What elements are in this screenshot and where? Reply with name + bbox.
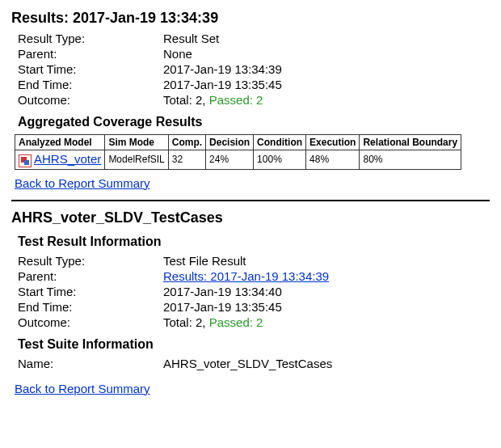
col-model: Analyzed Model (15, 135, 105, 150)
suite-name-label: Name: (18, 357, 163, 370)
cell-execution: 48% (306, 150, 360, 170)
divider (11, 200, 490, 201)
tc-end-time-label: End Time: (18, 300, 163, 314)
outcome-value: Total: 2, Passed: 2 (163, 93, 490, 107)
col-relational: Relational Boundary (360, 135, 461, 150)
cell-comp: 32 (168, 150, 205, 170)
table-header-row: Analyzed Model Sim Mode Comp. Decision C… (15, 135, 461, 150)
results-title: Results: 2017-Jan-19 13:34:39 (11, 10, 490, 27)
tc-result-type-value: Test File Result (163, 254, 490, 268)
tc-start-time-label: Start Time: (18, 285, 163, 298)
back-to-summary-link[interactable]: Back to Report Summary (15, 176, 150, 190)
start-time-label: Start Time: (18, 62, 163, 76)
tc-result-type-label: Result Type: (18, 254, 163, 268)
end-time-value: 2017-Jan-19 13:35:45 (163, 78, 490, 91)
cell-condition: 100% (254, 150, 306, 170)
tc-outcome-label: Outcome: (18, 315, 163, 329)
testcases-title: AHRS_voter_SLDV_TestCases (11, 209, 490, 226)
model-link[interactable]: AHRS_voter (34, 152, 101, 166)
col-execution: Execution (306, 135, 360, 150)
cell-model: AHRS_voter (15, 150, 105, 170)
cell-decision: 24% (206, 150, 254, 170)
suite-meta: Name: AHRS_voter_SLDV_TestCases (18, 357, 490, 370)
tc-outcome-value: Total: 2, Passed: 2 (163, 315, 490, 329)
outcome-passed: Passed: 2 (209, 93, 263, 107)
testcases-meta: Result Type: Test File Result Parent: Re… (18, 254, 490, 329)
col-condition: Condition (254, 135, 306, 150)
parent-label: Parent: (18, 47, 163, 61)
col-sim: Sim Mode (105, 135, 168, 150)
start-time-value: 2017-Jan-19 13:34:39 (163, 62, 490, 76)
cell-sim: ModelRefSIL (105, 150, 168, 170)
end-time-label: End Time: (18, 78, 163, 91)
outcome-label: Outcome: (18, 93, 163, 107)
tc-parent-link[interactable]: Results: 2017-Jan-19 13:34:39 (163, 269, 329, 283)
test-suite-info-heading: Test Suite Information (18, 337, 490, 352)
suite-name-value: AHRS_voter_SLDV_TestCases (163, 357, 490, 370)
tc-outcome-passed: Passed: 2 (209, 315, 263, 329)
back-to-summary-link-2[interactable]: Back to Report Summary (15, 382, 150, 395)
tc-outcome-total: Total: 2, (163, 315, 209, 329)
col-decision: Decision (206, 135, 254, 150)
cell-relational: 80% (360, 150, 461, 170)
outcome-total: Total: 2, (163, 93, 209, 107)
test-result-info-heading: Test Result Information (18, 235, 490, 249)
model-icon (19, 154, 32, 167)
col-comp: Comp. (168, 135, 205, 150)
results-meta: Result Type: Result Set Parent: None Sta… (18, 32, 490, 107)
coverage-heading: Aggregated Coverage Results (18, 115, 490, 129)
result-type-label: Result Type: (18, 32, 163, 45)
tc-end-time-value: 2017-Jan-19 13:35:45 (163, 300, 490, 314)
table-row: AHRS_voter ModelRefSIL 32 24% 100% 48% 8… (15, 150, 461, 170)
tc-parent-label: Parent: (18, 269, 163, 283)
coverage-table: Analyzed Model Sim Mode Comp. Decision C… (15, 134, 461, 170)
result-type-value: Result Set (163, 32, 490, 45)
parent-value: None (163, 47, 490, 61)
tc-start-time-value: 2017-Jan-19 13:34:40 (163, 285, 490, 298)
